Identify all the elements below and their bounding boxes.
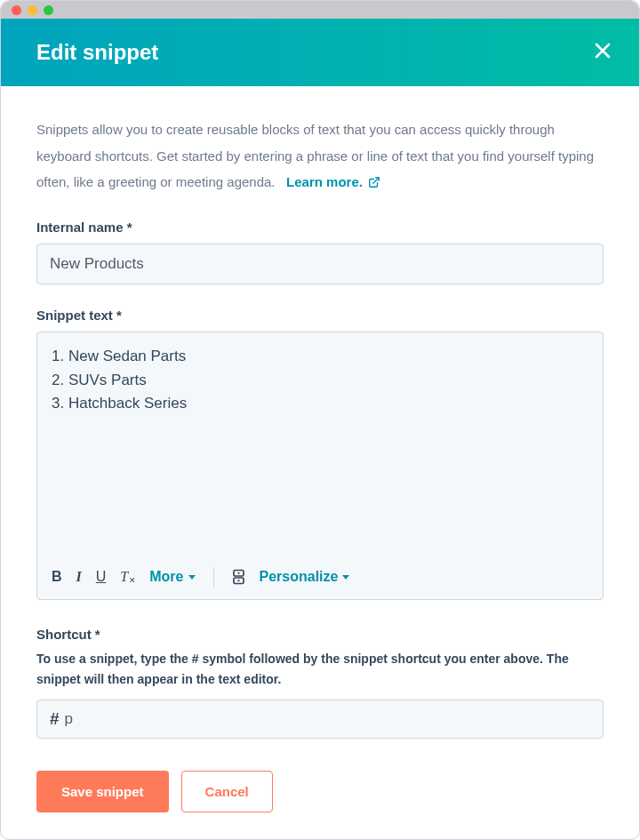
more-label: More <box>149 569 183 585</box>
snippet-text-label: Snippet text * <box>36 308 604 323</box>
snippet-text-area[interactable]: 1. New Sedan Parts 2. SUVs Parts 3. Hatc… <box>37 332 603 555</box>
clear-format-button[interactable]: T✕ <box>120 569 135 585</box>
external-link-icon <box>368 176 380 188</box>
modal-body: Snippets allow you to create reusable bl… <box>1 86 639 839</box>
bold-button[interactable]: B <box>52 569 62 585</box>
intro-text: Snippets allow you to create reusable bl… <box>36 116 604 195</box>
window-titlebar <box>1 1 639 19</box>
svg-point-6 <box>237 580 239 581</box>
shortcut-field[interactable]: # <box>36 700 604 739</box>
shortcut-input[interactable] <box>65 710 590 728</box>
chevron-down-icon <box>188 575 196 580</box>
editor-line: 3. Hatchback Series <box>52 392 588 415</box>
shortcut-label: Shortcut * <box>36 627 604 642</box>
italic-button[interactable]: I <box>76 569 82 585</box>
cancel-button[interactable]: Cancel <box>181 771 273 812</box>
close-icon[interactable] <box>593 41 612 64</box>
save-button[interactable]: Save snippet <box>36 771 169 812</box>
modal-title: Edit snippet <box>36 40 158 65</box>
editor-line: 1. New Sedan Parts <box>52 345 588 368</box>
modal-header: Edit snippet <box>1 19 639 86</box>
shortcut-help-text: To use a snippet, type the # symbol foll… <box>36 649 604 689</box>
modal-window: Edit snippet Snippets allow you to creat… <box>0 0 640 840</box>
token-icon[interactable] <box>232 569 245 585</box>
shortcut-prefix: # <box>50 709 60 729</box>
personalize-button[interactable]: Personalize <box>260 569 350 585</box>
toolbar-divider <box>213 567 214 587</box>
internal-name-label: Internal name * <box>36 220 604 235</box>
svg-point-5 <box>237 572 239 574</box>
underline-button[interactable]: U <box>96 569 107 585</box>
snippet-text-editor: 1. New Sedan Parts 2. SUVs Parts 3. Hatc… <box>36 332 604 600</box>
editor-line: 2. SUVs Parts <box>52 369 588 392</box>
learn-more-label: Learn more. <box>286 174 363 189</box>
more-button[interactable]: More <box>149 569 195 585</box>
chevron-down-icon <box>342 575 349 580</box>
window-zoom-dot[interactable] <box>44 5 53 15</box>
internal-name-input[interactable] <box>36 244 604 284</box>
learn-more-link[interactable]: Learn more. <box>286 174 380 189</box>
window-minimize-dot[interactable] <box>28 5 37 15</box>
window-close-dot[interactable] <box>12 5 21 15</box>
editor-toolbar: B I U T✕ More <box>37 555 603 599</box>
svg-line-2 <box>373 178 379 183</box>
personalize-label: Personalize <box>260 569 339 585</box>
modal-footer: Save snippet Cancel <box>36 771 604 812</box>
